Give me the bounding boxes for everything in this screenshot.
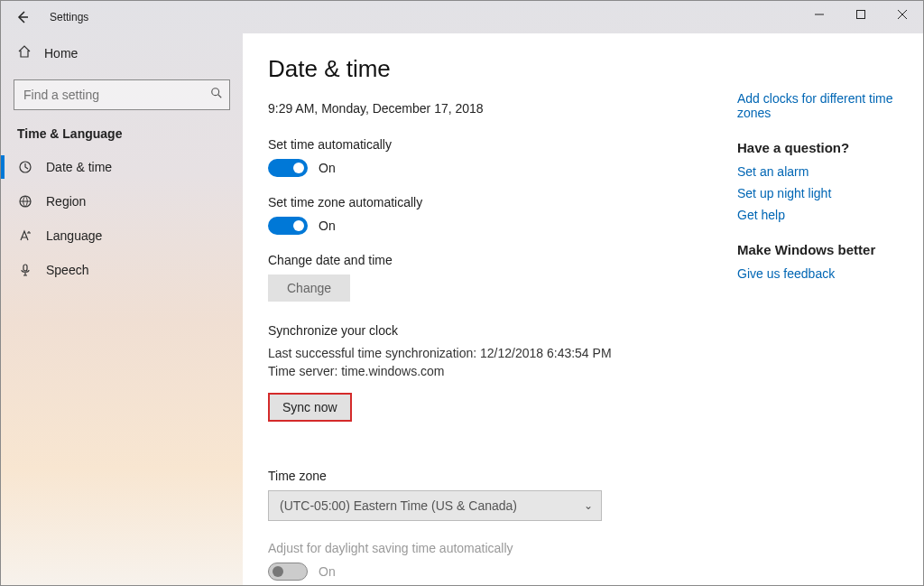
sync-title: Synchronize your clock: [268, 323, 701, 338]
minimize-icon: [814, 9, 825, 20]
search-icon: [210, 87, 223, 103]
sidebar-item-language[interactable]: Language: [1, 219, 243, 253]
sidebar-item-label: Region: [46, 194, 86, 209]
close-icon: [897, 9, 908, 20]
chevron-down-icon: ⌄: [584, 499, 593, 512]
search-wrap: [14, 79, 230, 110]
timezone-value: (UTC-05:00) Eastern Time (US & Canada): [280, 498, 517, 513]
category-title: Time & Language: [1, 123, 243, 150]
give-feedback-link[interactable]: Give us feedback: [737, 266, 898, 281]
maximize-icon: [855, 9, 866, 20]
auto-tz-label: Set time zone automatically: [268, 195, 701, 209]
dst-state: On: [319, 564, 336, 579]
sidebar-item-region[interactable]: Region: [1, 184, 243, 219]
current-datetime: 9:29 AM, Monday, December 17, 2018: [268, 101, 701, 116]
aside-column: Add clocks for different time zones Have…: [701, 55, 898, 567]
svg-rect-9: [23, 265, 27, 271]
feedback-heading: Make Windows better: [737, 242, 898, 257]
home-label: Home: [44, 46, 78, 60]
question-heading: Have a question?: [737, 140, 898, 155]
auto-tz-toggle[interactable]: [268, 217, 308, 235]
clock-icon: [17, 159, 33, 175]
back-button[interactable]: [6, 1, 39, 33]
auto-time-label: Set time automatically: [268, 137, 701, 152]
home-nav[interactable]: Home: [1, 39, 243, 72]
sidebar: Home Time & Language Date & time Region …: [1, 33, 243, 585]
sync-server-line: Time server: time.windows.com: [268, 363, 701, 381]
main-panel: Date & time 9:29 AM, Monday, December 17…: [243, 33, 923, 585]
sidebar-item-label: Language: [46, 228, 102, 243]
back-arrow-icon: [15, 10, 30, 24]
get-help-link[interactable]: Get help: [737, 208, 898, 222]
auto-tz-state: On: [319, 219, 336, 233]
timezone-label: Time zone: [268, 469, 701, 483]
titlebar: Settings: [1, 1, 923, 33]
svg-rect-2: [857, 11, 865, 19]
maximize-button[interactable]: [840, 1, 882, 28]
minimize-button[interactable]: [799, 1, 840, 28]
sidebar-item-speech[interactable]: Speech: [1, 253, 243, 287]
sidebar-item-label: Speech: [46, 263, 88, 277]
language-icon: [17, 228, 33, 244]
add-clocks-link[interactable]: Add clocks for different time zones: [737, 91, 898, 120]
night-light-link[interactable]: Set up night light: [737, 186, 898, 200]
svg-point-5: [212, 88, 219, 96]
set-alarm-link[interactable]: Set an alarm: [737, 164, 898, 179]
sidebar-item-label: Date & time: [46, 160, 112, 174]
microphone-icon: [17, 262, 33, 278]
dst-toggle: [268, 563, 308, 581]
close-button[interactable]: [882, 1, 923, 28]
page-title: Date & time: [268, 55, 701, 83]
home-icon: [17, 44, 32, 61]
content-column: Date & time 9:29 AM, Monday, December 17…: [268, 55, 701, 567]
search-input[interactable]: [14, 79, 230, 110]
change-button: Change: [268, 274, 350, 302]
auto-time-toggle[interactable]: [268, 159, 308, 177]
sync-last-line: Last successful time synchronization: 12…: [268, 345, 701, 363]
auto-time-state: On: [319, 161, 336, 175]
app-title: Settings: [50, 11, 88, 23]
svg-line-6: [218, 95, 222, 98]
globe-icon: [17, 193, 33, 209]
sync-now-button[interactable]: Sync now: [268, 393, 352, 422]
sidebar-item-date-time[interactable]: Date & time: [1, 150, 243, 184]
timezone-select[interactable]: (UTC-05:00) Eastern Time (US & Canada) ⌄: [268, 490, 602, 521]
dst-label: Adjust for daylight saving time automati…: [268, 541, 701, 555]
window-controls: [799, 1, 923, 28]
change-datetime-label: Change date and time: [268, 253, 701, 267]
